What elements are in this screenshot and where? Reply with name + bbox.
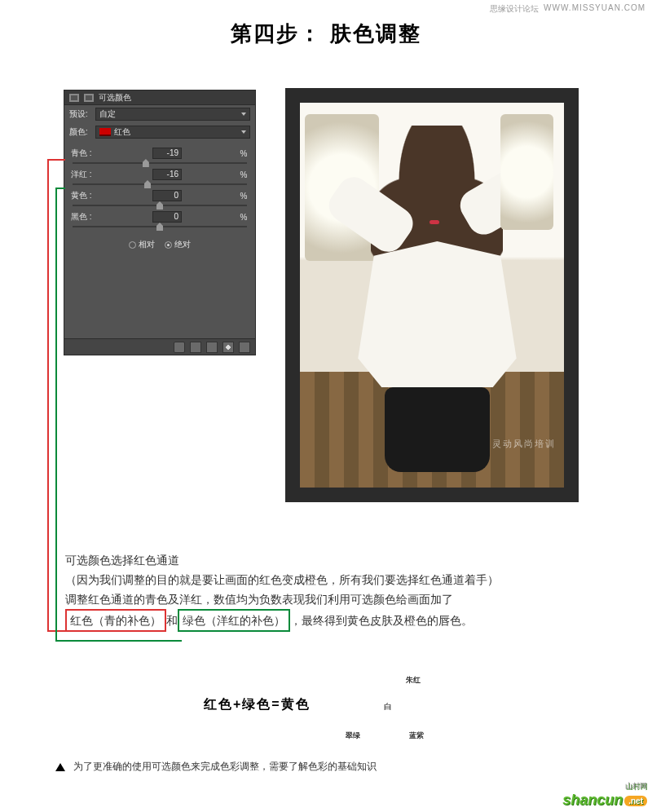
photo-pants	[385, 387, 491, 472]
sample-photo: 灵动风尚培训	[300, 103, 564, 488]
panel-footer	[64, 338, 255, 355]
venn-label-blue: 蓝紫	[409, 730, 424, 741]
yellow-value[interactable]: 0	[152, 190, 182, 201]
logo-tld: .net	[624, 796, 647, 806]
explanation-notes: 可选颜色选择红色通道 （因为我们调整的目的就是要让画面的红色变成橙色，所有我们要…	[65, 550, 587, 632]
radio-dot	[129, 241, 136, 249]
cyan-row: 青色 : -19 %	[71, 148, 249, 159]
visibility-icon[interactable]	[222, 342, 234, 353]
photo-lips	[430, 220, 439, 224]
yellow-row: 黄色 : 0 %	[71, 190, 249, 201]
radio-absolute[interactable]: 绝对	[165, 239, 191, 250]
color-value: 红色	[114, 126, 130, 138]
mask-icon	[84, 94, 94, 102]
venn-label-red: 朱红	[406, 675, 421, 686]
yellow-thumb[interactable]	[156, 201, 163, 210]
black-row: 黑色 : 0 %	[71, 211, 249, 223]
magenta-thumb[interactable]	[144, 180, 151, 188]
trash-icon[interactable]	[239, 342, 250, 353]
bottom-note: 为了更准确的使用可选颜色来完成色彩调整，需要了解色彩的基础知识	[55, 760, 377, 774]
preset-label: 预设:	[69, 108, 92, 120]
yellow-label: 黄色 :	[71, 190, 95, 201]
color-row: 颜色: 红色	[64, 123, 255, 141]
note-line-4: 红色（青的补色）和绿色（洋红的补色），最终得到黄色皮肤及橙色的唇色。	[65, 609, 587, 632]
adjustment-icon	[69, 94, 79, 102]
venn-label-green: 翠绿	[346, 730, 360, 741]
preset-dropdown[interactable]: 自定	[95, 108, 250, 121]
method-row: 相对 绝对	[64, 239, 255, 250]
note-line-3: 调整红色通道的青色及洋红，数值均为负数表现我们利用可选颜色给画面加了	[65, 589, 587, 609]
magenta-row: 洋红 : -16 %	[71, 169, 249, 180]
clip-icon[interactable]	[174, 342, 185, 353]
color-dropdown[interactable]: 红色	[95, 126, 250, 139]
rgb-venn-diagram: 白 朱红 翠绿 蓝紫	[342, 667, 432, 748]
yellow-slider[interactable]	[73, 205, 247, 206]
magenta-pct: %	[239, 170, 249, 179]
panel-tab-label[interactable]: 可选颜色	[99, 92, 131, 104]
connector-green-v	[55, 188, 57, 642]
logo-cn: 山村网	[562, 781, 647, 792]
connector-red-v	[47, 159, 49, 632]
connector-red-h1	[47, 159, 65, 161]
highlight-red: 红色（青的补色）	[65, 609, 166, 632]
preset-row: 预设: 自定	[64, 105, 255, 123]
connector-green-h2	[55, 640, 182, 642]
venn-center-white: 白	[379, 698, 397, 716]
preset-value: 自定	[99, 108, 116, 120]
radio-dot-on	[165, 241, 172, 249]
triangle-icon	[55, 763, 65, 771]
watermark-cn: 思缘设计论坛	[490, 3, 539, 15]
connector-green-h1	[55, 188, 65, 189]
cyan-slider[interactable]	[73, 162, 247, 164]
photo-watermark: 灵动风尚培训	[492, 438, 556, 450]
slider-group: 青色 : -19 % 洋红 : -16 % 黄色 : 0 % 黑色 : 0 %	[64, 141, 255, 227]
yellow-pct: %	[239, 192, 249, 201]
color-swatch-red	[99, 128, 111, 136]
bottom-note-text: 为了更准确的使用可选颜色来完成色彩调整，需要了解色彩的基础知识	[73, 760, 377, 774]
black-thumb[interactable]	[156, 223, 163, 231]
selective-color-panel: 可选颜色 预设: 自定 颜色: 红色 青色 : -19 % 洋红 : -16 %…	[64, 90, 256, 355]
panel-tabs: 可选颜色	[64, 90, 255, 105]
color-label: 颜色:	[69, 126, 92, 138]
prev-icon[interactable]	[190, 342, 201, 353]
watermark-url: WWW.MISSYUAN.COM	[544, 3, 645, 15]
page-title: 第四步： 肤色调整	[0, 20, 652, 48]
black-label: 黑色 :	[71, 211, 95, 223]
black-pct: %	[239, 213, 249, 222]
color-equation: 红色+绿色=黄色	[204, 696, 311, 713]
cyan-pct: %	[239, 149, 249, 158]
site-logo: 山村网 shancun.net	[562, 781, 647, 809]
black-value[interactable]: 0	[152, 211, 182, 223]
magenta-value[interactable]: -16	[152, 169, 182, 180]
note-line-1: 可选颜色选择红色通道	[65, 550, 587, 570]
logo-brand: shancun	[562, 792, 623, 808]
magenta-label: 洋红 :	[71, 169, 95, 180]
radio-relative[interactable]: 相对	[129, 239, 155, 250]
note-tail: ，最终得到黄色皮肤及橙色的唇色。	[290, 614, 473, 627]
header-watermark: 思缘设计论坛 WWW.MISSYUAN.COM	[490, 3, 645, 15]
photo-frame: 灵动风尚培训	[285, 88, 579, 502]
black-slider[interactable]	[73, 226, 247, 227]
highlight-green: 绿色（洋红的补色）	[178, 609, 290, 632]
note-mid: 和	[166, 614, 178, 627]
note-line-2: （因为我们调整的目的就是要让画面的红色变成橙色，所有我们要选择红色通道着手）	[65, 570, 587, 589]
cyan-label: 青色 :	[71, 148, 95, 159]
cyan-thumb[interactable]	[143, 159, 149, 167]
photo-blouse	[358, 241, 516, 387]
magenta-slider[interactable]	[73, 183, 247, 185]
cyan-value[interactable]: -19	[152, 148, 182, 159]
reset-icon[interactable]	[206, 342, 218, 353]
connector-red-h2	[47, 630, 67, 632]
